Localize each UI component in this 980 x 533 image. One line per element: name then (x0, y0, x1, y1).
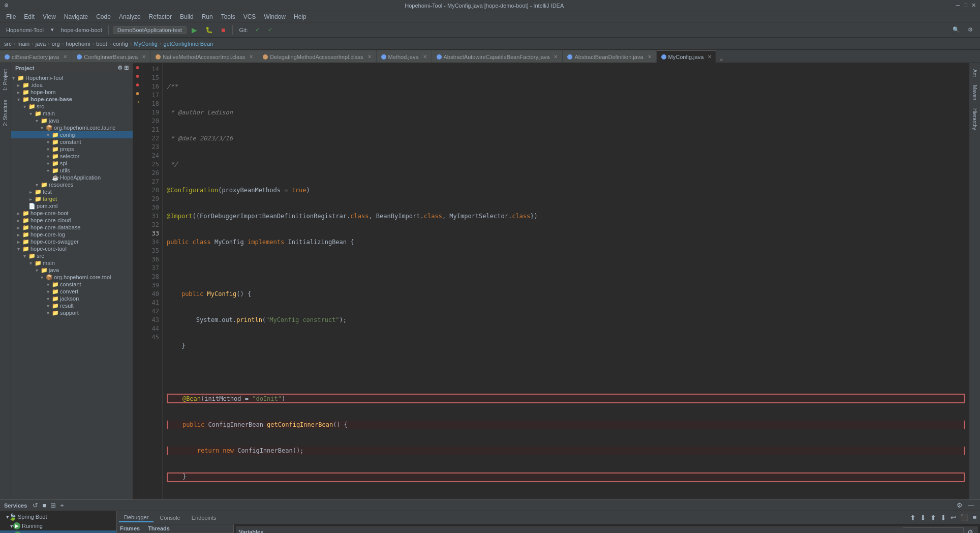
debugger-tab-debugger[interactable]: Debugger (119, 513, 154, 522)
project-expand-btn[interactable]: ⊞ (124, 65, 129, 71)
tab-abstractautowire[interactable]: AbstractAutowireCapableBeanFactory.java … (432, 50, 563, 63)
tree-item-target[interactable]: ▸ 📁 target (11, 195, 133, 202)
tree-item-tool-result[interactable]: ▾ 📁 result (11, 302, 133, 309)
breadcrumb-config[interactable]: config (113, 41, 128, 47)
tree-item-package-core[interactable]: ▾ 📦 org.hopehomi.core.launc (11, 124, 133, 131)
tree-item-hope-core-swagger[interactable]: ▸ 📁 hope-core-swagger (11, 238, 133, 245)
tree-item-src[interactable]: ▾ 📁 src (11, 103, 133, 110)
tab-close-abstractbeandefinition[interactable]: ✕ (648, 54, 652, 60)
toolbar-stop-btn[interactable]: ■ (218, 25, 228, 35)
settings-btn[interactable]: ⚙ (965, 25, 976, 34)
menu-window[interactable]: Window (260, 12, 290, 21)
debugger-tab-console[interactable]: Console (155, 514, 185, 522)
tree-item-tool-src[interactable]: ▾ 📁 src (11, 252, 133, 259)
menu-build[interactable]: Build (176, 12, 198, 21)
tab-close-delegatingmethod[interactable]: ✕ (368, 54, 372, 60)
tree-item-resources[interactable]: ▾ 📁 resources (11, 181, 133, 188)
git-checkmark1[interactable]: ✓ (252, 25, 263, 34)
tree-item-hope-core-database[interactable]: ▸ 📁 hope-core-database (11, 224, 133, 231)
svc-toolbar-btn-add[interactable]: + (58, 501, 66, 510)
debug-toolbar-5[interactable]: ↩ (949, 513, 958, 522)
tab-close-ctbeanfactory[interactable]: ✕ (63, 54, 67, 60)
tab-close-configinnerbean[interactable]: ✕ (142, 54, 146, 60)
tab-nativemethodaccessor[interactable]: NativeMethodAccessorImpl.class ✕ (151, 50, 258, 63)
breakpoint-20[interactable]: ● (133, 63, 142, 72)
breadcrumb-method[interactable]: getConfigInnerBean (164, 41, 213, 47)
svc-toolbar-btn-filter[interactable]: ⊞ (49, 501, 57, 510)
search-everywhere-btn[interactable]: 🔍 (950, 25, 963, 34)
maximize-btn[interactable]: □ (964, 2, 967, 9)
toolbar-run-btn[interactable]: ▶ (189, 25, 200, 35)
tab-myconfig[interactable]: MyConfig.java ✕ (657, 50, 717, 63)
breadcrumb-hopehomi[interactable]: hopehomi (66, 41, 90, 47)
svc-springboot[interactable]: ▾ 🍃 Spring Boot (0, 512, 116, 521)
tab-close-myconfig[interactable]: ✕ (708, 54, 712, 60)
tree-item-hope-core-log[interactable]: ▸ 📁 hope-core-log (11, 231, 133, 238)
menu-file[interactable]: File (2, 12, 20, 21)
window-controls[interactable]: ─ □ ✕ (956, 2, 976, 9)
git-checkmark2[interactable]: ✓ (265, 25, 275, 34)
menu-vcs[interactable]: VCS (239, 12, 260, 21)
svc-toolbar-btn-restart[interactable]: ↺ (31, 501, 40, 510)
svc-running[interactable]: ▾ ▶ Running (0, 521, 116, 530)
menu-edit[interactable]: Edit (20, 12, 39, 21)
tree-item-package-tool[interactable]: ▾ 📦 org.hopehomi.core.tool (11, 274, 133, 281)
tree-item-hope-core-cloud[interactable]: ▸ 📁 hope-core-cloud (11, 217, 133, 224)
debug-toolbar-4[interactable]: ⬇ (939, 513, 948, 522)
menu-tools[interactable]: Tools (217, 12, 239, 21)
tree-item-hope-bom[interactable]: ▸ 📁 hope-bom (11, 88, 133, 96)
tree-item-utils[interactable]: ▾ 📁 utils (11, 167, 133, 174)
tree-item-tool-jackson[interactable]: ▾ 📁 jackson (11, 295, 133, 302)
sidebar-tab-project[interactable]: 1: Project (1, 65, 10, 95)
tab-close-method[interactable]: ✕ (423, 54, 427, 60)
sidebar-tab-structure[interactable]: 2: Structure (1, 96, 10, 130)
variables-settings[interactable]: ⚙ (966, 527, 975, 533)
tree-item-test[interactable]: ▸ 📁 test (11, 188, 133, 195)
close-btn[interactable]: ✕ (971, 2, 976, 9)
toolbar-debug-btn[interactable]: 🐛 (202, 25, 216, 35)
toolbar-btn-1[interactable]: ▾ (48, 25, 57, 34)
debug-toolbar-7[interactable]: ≡ (971, 513, 978, 522)
svc-demoboot[interactable]: ▶ DemoBootApplication-te (0, 530, 116, 533)
right-tab-maven[interactable]: Maven (970, 81, 979, 104)
tree-item-spi[interactable]: ▾ 📁 spi (11, 160, 133, 167)
tree-item-java[interactable]: ▾ 📁 java (11, 117, 133, 124)
tree-item-config[interactable]: ▾ 📁 config (11, 131, 133, 138)
menu-navigate[interactable]: Navigate (60, 12, 92, 21)
menu-analyze[interactable]: Analyze (115, 12, 145, 21)
tab-close-abstractautowire[interactable]: ✕ (554, 54, 558, 60)
tree-item-tool-support[interactable]: ▾ 📁 support (11, 309, 133, 316)
tree-item-props[interactable]: ▾ 📁 props (11, 145, 133, 153)
breakpoint-33[interactable]: ● (133, 89, 142, 98)
right-tab-ant[interactable]: Ant (970, 65, 979, 81)
breadcrumb-main[interactable]: main (17, 41, 29, 47)
tree-item-idea[interactable]: ▸ 📁 .idea (11, 81, 133, 88)
breadcrumb-src[interactable]: src (4, 41, 12, 47)
tree-item-hope-core-tool[interactable]: ▾ 📁 hope-core-tool (11, 245, 133, 252)
menu-help[interactable]: Help (290, 12, 311, 21)
tree-item-selector[interactable]: ▾ 📁 selector (11, 153, 133, 160)
tree-item-hopehomi-tool[interactable]: ▾ 📁 Hopehomi-Tool (11, 74, 133, 81)
breadcrumb-java[interactable]: java (36, 41, 46, 47)
menu-refactor[interactable]: Refactor (145, 12, 176, 21)
tree-item-hopeapplication[interactable]: ☕ HopeApplication (11, 174, 133, 181)
tree-item-tool-main[interactable]: ▾ 📁 main (11, 259, 133, 266)
tree-item-main[interactable]: ▾ 📁 main (11, 110, 133, 117)
tree-item-tool-java[interactable]: ▾ 📁 java (11, 266, 133, 274)
more-tabs-btn[interactable]: » (718, 56, 725, 63)
project-settings-btn[interactable]: ⚙ (117, 65, 122, 71)
breadcrumb-myconfig[interactable]: MyConfig (134, 41, 157, 47)
tree-item-hope-core-base[interactable]: ▾ 📁 hope-core-base (11, 96, 133, 103)
menu-view[interactable]: View (39, 12, 60, 21)
breadcrumb-boot[interactable]: boot (96, 41, 107, 47)
toolbar-run-config[interactable]: DemoBootApplication-test (113, 26, 187, 34)
menu-run[interactable]: Run (198, 12, 217, 21)
breakpoint-32[interactable]: ● (133, 80, 142, 89)
tab-delegatingmethod[interactable]: DelegatingMethodAccessorImpl.class ✕ (258, 50, 376, 63)
debug-toolbar-2[interactable]: ⬇ (918, 513, 928, 522)
tab-configinnerbean[interactable]: ConfigInnerBean.java ✕ (72, 50, 150, 63)
tree-item-hope-core-boot[interactable]: ▸ 📁 hope-core-boot (11, 210, 133, 217)
debugger-tab-endpoints[interactable]: Endpoints (187, 514, 222, 522)
tree-item-tool-convert[interactable]: ▾ 📁 convert (11, 288, 133, 295)
tab-abstractbeandefinition[interactable]: AbstractBeanDefinition.java ✕ (563, 50, 656, 63)
